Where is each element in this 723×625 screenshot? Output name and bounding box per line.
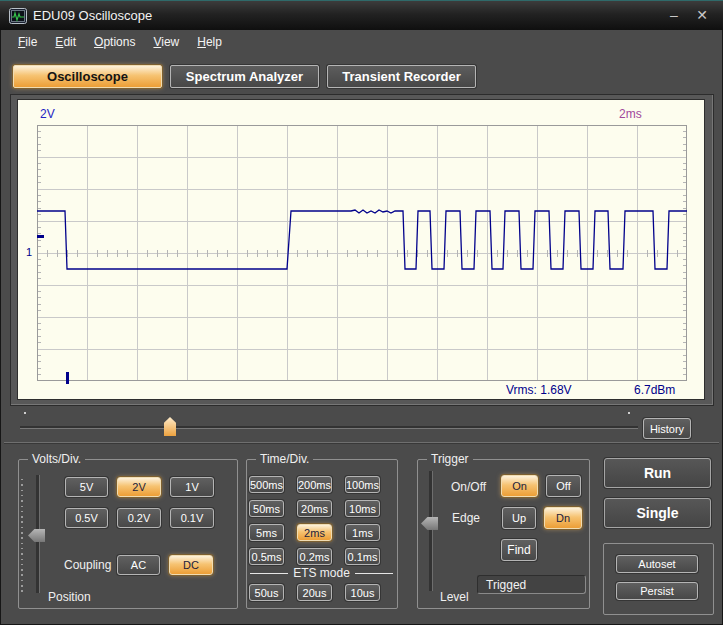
scope-frame: 2V 2ms 1 Vrms: 1.68V 6.7dBm xyxy=(10,94,714,406)
vrms-readout: Vrms: 1.68V xyxy=(506,383,572,397)
ets-mode-divider: ETS mode xyxy=(250,566,393,580)
titlebar: EDU09 Oscilloscope – ✕ xyxy=(0,0,723,30)
menu-view[interactable]: View xyxy=(150,30,182,55)
find-button[interactable]: Find xyxy=(501,539,537,561)
single-button[interactable]: Single xyxy=(604,498,711,528)
ets-mode-buttons: 50us20us10us xyxy=(249,584,380,601)
time-2ms-button[interactable]: 2ms xyxy=(297,524,332,541)
trigger-group-title: Trigger xyxy=(427,452,473,466)
trigger-level-slider-track[interactable] xyxy=(429,471,433,591)
tab-spectrumanalyzer[interactable]: Spectrum Analyzer xyxy=(170,65,319,88)
menu-file[interactable]: File xyxy=(15,30,40,55)
scrollbar-left-mark xyxy=(24,412,26,414)
position-slider-ticks xyxy=(21,479,23,595)
scrollbar-right-mark xyxy=(628,412,630,414)
ets-20us-button[interactable]: 20us xyxy=(297,584,332,601)
volts-div-group-title: Volts/Div. xyxy=(28,452,85,466)
trigger-off-button[interactable]: Off xyxy=(546,475,581,497)
run-button[interactable]: Run xyxy=(604,458,711,488)
time-01ms-button[interactable]: 0.1ms xyxy=(345,548,380,565)
trigger-edge-label: Edge xyxy=(452,511,480,525)
edge-dn-button[interactable]: Dn xyxy=(544,507,582,529)
trigger-on-button[interactable]: On xyxy=(501,475,538,497)
time-div-group-title: Time/Div. xyxy=(256,452,313,466)
autoset-button[interactable]: Autoset xyxy=(616,555,698,573)
position-label: Position xyxy=(48,590,91,604)
time-div-buttons: 500ms200ms100ms50ms20ms10ms5ms2ms1ms0.5m… xyxy=(249,476,380,565)
time-500ms-button[interactable]: 500ms xyxy=(249,476,284,493)
volts-5v-button[interactable]: 5V xyxy=(65,477,108,497)
edge-up-button[interactable]: Up xyxy=(502,507,536,529)
trigger-onoff-buttons: OnOff xyxy=(501,475,581,497)
trigger-level-label: Level xyxy=(440,590,469,604)
coupling-label: Coupling xyxy=(64,558,111,572)
volts-02v-button[interactable]: 0.2V xyxy=(117,508,161,528)
menu-edit[interactable]: Edit xyxy=(52,30,79,55)
ets-10us-button[interactable]: 10us xyxy=(345,584,380,601)
volts-per-div-label: 2V xyxy=(40,107,55,121)
volts-01v-button[interactable]: 0.1V xyxy=(170,508,214,528)
dbm-readout: 6.7dBm xyxy=(634,383,675,397)
trigger-edge-buttons: UpDn xyxy=(502,507,582,529)
history-button[interactable]: History xyxy=(643,418,691,439)
volts-2v-button[interactable]: 2V xyxy=(117,477,161,497)
time-1ms-button[interactable]: 1ms xyxy=(345,524,380,541)
tab-oscilloscope[interactable]: Oscilloscope xyxy=(13,65,162,88)
volts-05v-button[interactable]: 0.5V xyxy=(65,508,108,528)
coupling-ac-button[interactable]: AC xyxy=(117,555,160,575)
coupling-dc-button[interactable]: DC xyxy=(169,555,213,575)
trigger-position-marker xyxy=(66,372,69,384)
ets-line-left xyxy=(250,573,288,574)
app-icon xyxy=(9,8,27,24)
minimize-button[interactable]: – xyxy=(661,5,687,25)
persist-button[interactable]: Persist xyxy=(616,582,698,600)
tab-bar: OscilloscopeSpectrum AnalyzerTransient R… xyxy=(13,65,476,88)
time-20ms-button[interactable]: 20ms xyxy=(297,500,332,517)
time-05ms-button[interactable]: 0.5ms xyxy=(249,548,284,565)
scope-screen: 2V 2ms 1 Vrms: 1.68V 6.7dBm xyxy=(17,99,705,400)
ets-line-right xyxy=(355,573,393,574)
menu-help[interactable]: Help xyxy=(194,30,225,55)
waveform-plot xyxy=(37,125,687,381)
ets-50us-button[interactable]: 50us xyxy=(249,584,284,601)
time-position-slider-track[interactable] xyxy=(20,426,638,429)
menu-bar: FileEditOptionsViewHelp xyxy=(0,30,723,55)
time-5ms-button[interactable]: 5ms xyxy=(249,524,284,541)
volts-div-buttons: 5V2V1V0.5V0.2V0.1V xyxy=(65,477,214,528)
channel1-label: 1 xyxy=(26,246,32,258)
ets-mode-label: ETS mode xyxy=(288,566,355,580)
panel-divider xyxy=(4,442,719,444)
trigger-status-field: Trigged xyxy=(477,575,586,594)
time-200ms-button[interactable]: 200ms xyxy=(297,476,332,493)
volts-1v-button[interactable]: 1V xyxy=(170,477,214,497)
time-02ms-button[interactable]: 0.2ms xyxy=(297,548,332,565)
menu-options[interactable]: Options xyxy=(91,30,138,55)
time-per-div-label: 2ms xyxy=(619,107,642,121)
app-window: EDU09 Oscilloscope – ✕ FileEditOptionsVi… xyxy=(0,0,723,625)
trigger-level-marker xyxy=(37,235,44,238)
autoset-persist-group xyxy=(603,543,714,615)
coupling-buttons: ACDC xyxy=(117,555,213,575)
tab-transientrecorder[interactable]: Transient Recorder xyxy=(327,65,476,88)
window-title: EDU09 Oscilloscope xyxy=(33,8,152,23)
time-50ms-button[interactable]: 50ms xyxy=(249,500,284,517)
time-100ms-button[interactable]: 100ms xyxy=(345,476,380,493)
close-button[interactable]: ✕ xyxy=(689,5,715,25)
trigger-onoff-label: On/Off xyxy=(451,480,486,494)
ch1-trace xyxy=(37,210,687,269)
time-10ms-button[interactable]: 10ms xyxy=(345,500,380,517)
time-position-slider-thumb[interactable] xyxy=(164,417,176,436)
